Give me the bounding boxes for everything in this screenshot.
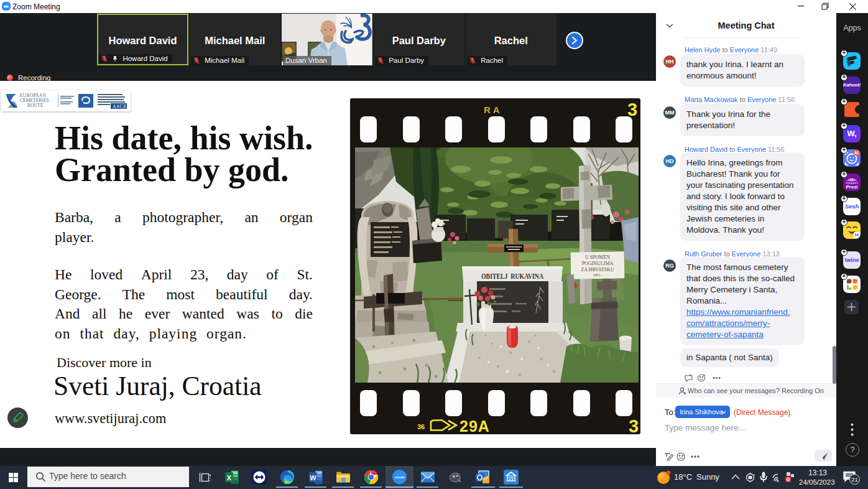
svg-text:POGINULIMA: POGINULIMA <box>582 261 614 266</box>
svg-text:U SPOMEN: U SPOMEN <box>585 254 610 260</box>
svg-text:ASCE: ASCE <box>113 104 127 109</box>
svg-text:zoom: zoom <box>395 475 405 479</box>
svg-text:X: X <box>227 474 232 482</box>
svg-text:1991.-: 1991.- <box>593 273 603 277</box>
svg-text:W: W <box>310 474 316 482</box>
svg-text:OBITELJ RUKAVINA: OBITELJ RUKAVINA <box>481 271 543 281</box>
svg-text:ZA HRVATSKU: ZA HRVATSKU <box>581 267 614 272</box>
svg-text:ROUTE: ROUTE <box>27 103 44 108</box>
svg-text:9: 9 <box>787 478 789 482</box>
